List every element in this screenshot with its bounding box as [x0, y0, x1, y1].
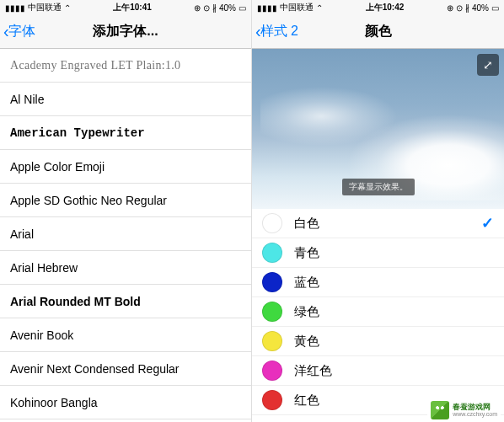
battery-label: 40%: [219, 3, 236, 13]
battery-label: 40%: [472, 3, 489, 13]
font-row[interactable]: Avenir Book: [0, 318, 251, 352]
color-swatch: [262, 213, 282, 233]
carrier-label: 中国联通: [280, 2, 314, 13]
font-list[interactable]: Academy Engraved LET Plain:1.0Al NileAme…: [0, 49, 251, 422]
sync-icon: ⊕: [447, 3, 453, 13]
back-button[interactable]: ‹ 样式 2: [252, 22, 298, 41]
nav-bar: ‹ 字体 添加字体...: [0, 15, 251, 49]
nav-bar: ‹ 样式 2 颜色: [252, 15, 504, 49]
font-row[interactable]: Arial: [0, 217, 251, 251]
color-swatch: [262, 361, 282, 381]
font-row[interactable]: Academy Engraved LET Plain:1.0: [0, 49, 251, 83]
watermark-title: 春蚕游戏网: [453, 403, 497, 411]
status-bar: ▮▮▮▮ 中国联通 ⌃ 上午10:41 ⊕ ⊙ ∦ 40% ▭: [0, 0, 251, 15]
color-row[interactable]: 白色✓: [252, 209, 504, 238]
caption-preview: 字幕显示效果。: [342, 179, 415, 195]
color-row[interactable]: 绿色: [252, 297, 504, 327]
font-row[interactable]: Arial Rounded MT Bold: [0, 285, 251, 318]
color-row[interactable]: 洋红色: [252, 356, 504, 386]
alarm-icon: ⊙: [203, 3, 210, 13]
expand-icon: ⤢: [483, 58, 493, 72]
alarm-icon: ⊙: [456, 3, 463, 13]
clock-label: 上午10:42: [366, 2, 405, 13]
font-row[interactable]: Apple SD Gothic Neo Regular: [0, 184, 251, 217]
color-swatch: [262, 331, 282, 351]
font-row[interactable]: Arial Hebrew: [0, 251, 251, 285]
screen-color-picker: ▮▮▮▮ 中国联通 ⌃ 上午10:42 ⊕ ⊙ ∦ 40% ▭ ‹ 样式 2 颜…: [252, 0, 504, 422]
wifi-icon: ⌃: [316, 3, 323, 13]
font-row[interactable]: Avenir Next Condensed Regular: [0, 352, 251, 386]
bluetooth-icon: ∦: [212, 3, 217, 13]
check-icon: ✓: [481, 214, 494, 232]
clock-label: 上午10:41: [113, 2, 152, 13]
battery-icon: ▭: [491, 3, 499, 13]
color-label: 蓝色: [294, 275, 494, 291]
page-title: 颜色: [365, 23, 392, 40]
color-swatch: [262, 272, 282, 292]
bluetooth-icon: ∦: [465, 3, 469, 13]
color-label: 青色: [294, 245, 494, 261]
page-title: 添加字体...: [93, 23, 158, 40]
font-row[interactable]: Al Nile: [0, 83, 251, 116]
color-list[interactable]: 白色✓青色蓝色绿色黄色洋红色红色: [252, 209, 504, 415]
screen-font-picker: ▮▮▮▮ 中国联通 ⌃ 上午10:41 ⊕ ⊙ ∦ 40% ▭ ‹ 字体 添加字…: [0, 0, 252, 422]
signal-icon: ▮▮▮▮: [257, 3, 277, 13]
font-row[interactable]: Apple Color Emoji: [0, 150, 251, 184]
color-row[interactable]: 蓝色: [252, 268, 504, 297]
back-button[interactable]: ‹ 字体: [0, 22, 35, 41]
watermark-url: www.czchxy.com: [453, 411, 497, 417]
color-label: 洋红色: [294, 363, 494, 379]
font-row[interactable]: Kohinoor Bangla: [0, 386, 251, 419]
battery-icon: ▭: [239, 3, 246, 13]
color-label: 绿色: [294, 304, 494, 320]
expand-button[interactable]: ⤢: [477, 54, 499, 76]
back-label: 字体: [8, 23, 35, 40]
carrier-label: 中国联通: [28, 2, 62, 13]
color-row[interactable]: 黄色: [252, 327, 504, 356]
watermark-icon: [431, 401, 449, 419]
preview-pane: ⤢ 字幕显示效果。: [252, 49, 504, 209]
watermark: 春蚕游戏网 www.czchxy.com: [427, 400, 501, 420]
color-swatch: [262, 390, 282, 410]
status-bar: ▮▮▮▮ 中国联通 ⌃ 上午10:42 ⊕ ⊙ ∦ 40% ▭: [252, 0, 504, 15]
wifi-icon: ⌃: [64, 3, 71, 13]
font-row[interactable]: American Typewriter: [0, 116, 251, 150]
color-swatch: [262, 243, 282, 263]
color-swatch: [262, 302, 282, 322]
color-label: 白色: [294, 216, 481, 232]
sync-icon: ⊕: [194, 3, 201, 13]
color-label: 黄色: [294, 334, 494, 350]
signal-icon: ▮▮▮▮: [5, 3, 25, 13]
color-row[interactable]: 青色: [252, 238, 504, 268]
back-label: 样式 2: [260, 23, 298, 40]
